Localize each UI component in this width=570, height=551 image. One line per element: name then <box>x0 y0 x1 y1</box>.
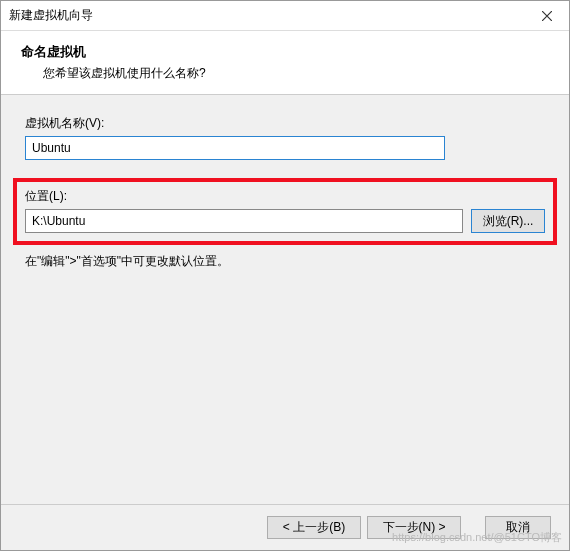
next-button[interactable]: 下一步(N) > <box>367 516 461 539</box>
wizard-window: 新建虚拟机向导 命名虚拟机 您希望该虚拟机使用什么名称? 虚拟机名称(V): 位… <box>0 0 570 551</box>
wizard-header: 命名虚拟机 您希望该虚拟机使用什么名称? <box>1 31 569 95</box>
location-highlight: 位置(L): 浏览(R)... <box>13 178 557 245</box>
vm-name-label: 虚拟机名称(V): <box>25 115 545 132</box>
page-heading: 命名虚拟机 <box>21 43 549 61</box>
location-row: 浏览(R)... <box>25 209 545 233</box>
vm-name-input[interactable] <box>25 136 445 160</box>
wizard-content: 虚拟机名称(V): 位置(L): 浏览(R)... 在"编辑">"首选项"中可更… <box>1 95 569 504</box>
browse-button[interactable]: 浏览(R)... <box>471 209 545 233</box>
back-button[interactable]: < 上一步(B) <box>267 516 361 539</box>
window-title: 新建虚拟机向导 <box>9 7 525 24</box>
close-icon <box>542 8 552 24</box>
page-subheading: 您希望该虚拟机使用什么名称? <box>21 65 549 82</box>
location-label: 位置(L): <box>25 188 545 205</box>
location-input[interactable] <box>25 209 463 233</box>
titlebar: 新建虚拟机向导 <box>1 1 569 31</box>
location-hint: 在"编辑">"首选项"中可更改默认位置。 <box>25 253 545 270</box>
close-button[interactable] <box>525 1 569 30</box>
wizard-footer: < 上一步(B) 下一步(N) > 取消 https://blog.csdn.n… <box>1 504 569 550</box>
cancel-button[interactable]: 取消 <box>485 516 551 539</box>
